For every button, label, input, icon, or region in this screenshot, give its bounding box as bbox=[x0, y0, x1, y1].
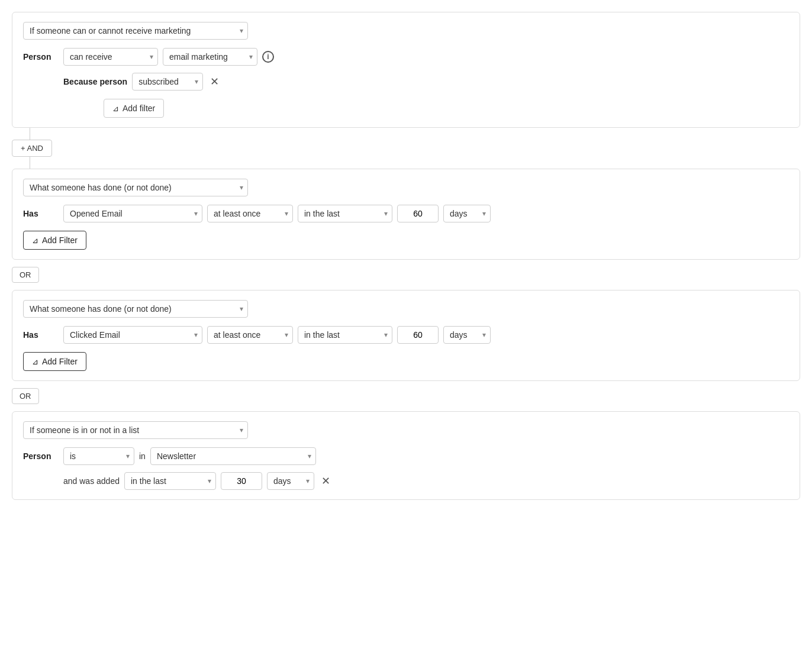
vertical-line-2 bbox=[30, 157, 30, 169]
number-input-1[interactable] bbox=[397, 205, 439, 222]
or-connector-1: OR bbox=[12, 262, 800, 288]
add-filter-label-2: Add Filter bbox=[42, 235, 78, 245]
has-row-1: Has Opened Email at least once in the la… bbox=[23, 205, 789, 222]
main-condition-wrapper-3: What someone has done (or not done) bbox=[23, 300, 248, 318]
block3-top-row: What someone has done (or not done) bbox=[23, 300, 789, 318]
person-label-4: Person bbox=[23, 451, 59, 461]
add-filter-label-1: Add filter bbox=[123, 104, 155, 113]
filter-icon-1: ⊿ bbox=[112, 104, 119, 113]
and-connector: + AND bbox=[12, 128, 800, 169]
or-button-1[interactable]: OR bbox=[12, 267, 39, 283]
can-receive-select[interactable]: can receive bbox=[63, 48, 158, 66]
add-filter-button-2[interactable]: ⊿ Add Filter bbox=[23, 231, 86, 250]
in-the-last-wrapper: in the last bbox=[124, 472, 216, 490]
days-wrapper-1: days bbox=[443, 205, 491, 222]
main-condition-select-3[interactable]: What someone has done (or not done) bbox=[23, 300, 248, 318]
remove-was-added-button[interactable]: ✕ bbox=[319, 476, 333, 486]
time-select-1[interactable]: in the last bbox=[298, 205, 392, 222]
filter-icon-2: ⊿ bbox=[32, 236, 38, 245]
time-wrapper-1: in the last bbox=[298, 205, 392, 222]
or-connector-2: OR bbox=[12, 383, 800, 409]
block4-top-row: If someone is in or not in a list bbox=[23, 421, 789, 439]
days-select-2[interactable]: days bbox=[443, 326, 491, 344]
action-select-1[interactable]: Opened Email bbox=[63, 205, 202, 222]
in-label: in bbox=[139, 451, 146, 461]
or-button-2[interactable]: OR bbox=[12, 388, 39, 404]
vertical-line-1 bbox=[30, 128, 30, 140]
in-the-last-select[interactable]: in the last bbox=[124, 472, 216, 490]
action-wrapper-1: Opened Email bbox=[63, 205, 202, 222]
frequency-wrapper-2: at least once bbox=[207, 326, 293, 344]
person-row-1: Person can receive email marketing i bbox=[23, 48, 789, 66]
add-filter-label-3: Add Filter bbox=[42, 357, 78, 366]
marketing-type-select[interactable]: email marketing bbox=[163, 48, 257, 66]
remove-because-button[interactable]: ✕ bbox=[208, 76, 221, 87]
newsletter-wrapper: Newsletter bbox=[150, 447, 316, 465]
or-label-1: OR bbox=[20, 270, 31, 279]
because-row: Because person subscribed ✕ bbox=[63, 73, 789, 91]
block1-top-row: If someone can or cannot receive marketi… bbox=[23, 22, 789, 40]
condition-block-4: If someone is in or not in a list Person… bbox=[12, 411, 800, 500]
days-select-4[interactable]: days bbox=[267, 472, 314, 490]
main-condition-select-1[interactable]: If someone can or cannot receive marketi… bbox=[23, 22, 248, 40]
and-was-label: and was added bbox=[63, 476, 120, 486]
time-wrapper-2: in the last bbox=[298, 326, 392, 344]
and-label: + AND bbox=[21, 144, 43, 153]
action-wrapper-2: Clicked Email bbox=[63, 326, 202, 344]
number-input-2[interactable] bbox=[397, 326, 439, 344]
newsletter-select[interactable]: Newsletter bbox=[150, 447, 316, 465]
can-receive-wrapper: can receive bbox=[63, 48, 158, 66]
has-label-2: Has bbox=[23, 330, 59, 340]
person-label-1: Person bbox=[23, 52, 59, 62]
add-filter-button-3[interactable]: ⊿ Add Filter bbox=[23, 352, 86, 371]
is-wrapper: is bbox=[63, 447, 134, 465]
block2-top-row: What someone has done (or not done) bbox=[23, 179, 789, 196]
days-select-1[interactable]: days bbox=[443, 205, 491, 222]
person-row-4: Person is in Newsletter bbox=[23, 447, 789, 465]
marketing-type-wrapper: email marketing bbox=[163, 48, 257, 66]
main-condition-select-2[interactable]: What someone has done (or not done) bbox=[23, 179, 248, 196]
main-condition-wrapper-2: What someone has done (or not done) bbox=[23, 179, 248, 196]
is-select[interactable]: is bbox=[63, 447, 134, 465]
filter-icon-3: ⊿ bbox=[32, 357, 38, 366]
days-wrapper-4: days bbox=[267, 472, 314, 490]
condition-block-1: If someone can or cannot receive marketi… bbox=[12, 12, 800, 128]
condition-block-3: What someone has done (or not done) Has … bbox=[12, 290, 800, 381]
info-icon-1[interactable]: i bbox=[262, 51, 274, 63]
action-select-2[interactable]: Clicked Email bbox=[63, 326, 202, 344]
main-condition-wrapper-1: If someone can or cannot receive marketi… bbox=[23, 22, 248, 40]
and-was-added-row: and was added in the last days ✕ bbox=[63, 472, 789, 490]
frequency-select-2[interactable]: at least once bbox=[207, 326, 293, 344]
subscribed-wrapper: subscribed bbox=[132, 73, 203, 91]
subscribed-select[interactable]: subscribed bbox=[132, 73, 203, 91]
and-button[interactable]: + AND bbox=[12, 140, 52, 157]
condition-block-2: What someone has done (or not done) Has … bbox=[12, 169, 800, 260]
add-filter-button-1[interactable]: ⊿ Add filter bbox=[104, 99, 164, 118]
has-row-2: Has Clicked Email at least once in the l… bbox=[23, 326, 789, 344]
time-select-2[interactable]: in the last bbox=[298, 326, 392, 344]
frequency-select-1[interactable]: at least once bbox=[207, 205, 293, 222]
frequency-wrapper-1: at least once bbox=[207, 205, 293, 222]
main-condition-select-4[interactable]: If someone is in or not in a list bbox=[23, 421, 248, 439]
number-input-4[interactable] bbox=[221, 472, 262, 490]
main-condition-wrapper-4: If someone is in or not in a list bbox=[23, 421, 248, 439]
because-label: Because person bbox=[63, 77, 127, 86]
has-label-1: Has bbox=[23, 209, 59, 218]
days-wrapper-2: days bbox=[443, 326, 491, 344]
or-label-2: OR bbox=[20, 392, 31, 401]
